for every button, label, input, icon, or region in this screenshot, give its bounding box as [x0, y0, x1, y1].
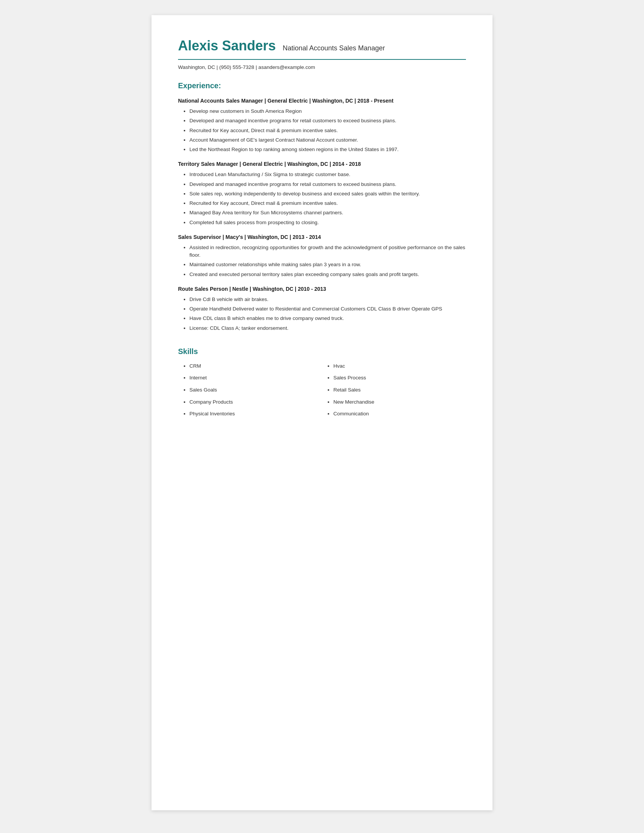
list-item: Operate Handheld Delivered water to Resi… [189, 305, 466, 313]
list-item: Introduced Lean Manufacturing / Six Sigm… [189, 171, 466, 178]
skills-right-column: Hvac Sales Process Retail Sales New Merc… [322, 362, 466, 422]
experience-section-title: Experience: [178, 81, 466, 90]
list-item: Developed and managed incentive programs… [189, 181, 466, 188]
job-heading-2: Territory Sales Manager | General Electr… [178, 161, 466, 167]
skills-section-title: Skills [178, 347, 466, 356]
skills-left-column: CRM Internet Sales Goals Company Product… [178, 362, 322, 422]
candidate-name: Alexis Sanders [178, 38, 276, 54]
candidate-title: National Accounts Sales Manager [283, 44, 385, 52]
list-item: Communication [333, 410, 466, 418]
list-item: Company Products [189, 398, 322, 406]
list-item: Retail Sales [333, 386, 466, 394]
resume-page: Alexis Sanders National Accounts Sales M… [151, 15, 493, 810]
list-item: Develop new customers in South America R… [189, 108, 466, 115]
job-bullets-1: Develop new customers in South America R… [178, 108, 466, 153]
list-item: Recruited for Key account, Direct mail &… [189, 199, 466, 207]
list-item: Hvac [333, 362, 466, 370]
skills-grid: CRM Internet Sales Goals Company Product… [178, 362, 466, 422]
name-title-row: Alexis Sanders National Accounts Sales M… [178, 38, 466, 54]
list-item: Have CDL class B which enables me to dri… [189, 315, 466, 322]
contact-info: Washington, DC | (950) 555-7328 | asande… [178, 64, 466, 70]
job-heading-3: Sales Supervisor | Macy's | Washington, … [178, 234, 466, 240]
list-item: Recruited for Key account, Direct mail &… [189, 127, 466, 134]
job-bullets-2: Introduced Lean Manufacturing / Six Sigm… [178, 171, 466, 227]
list-item: License: CDL Class A; tanker endorsement… [189, 325, 466, 332]
job-entry-2: Territory Sales Manager | General Electr… [178, 161, 466, 227]
list-item: Led the Northeast Region to top ranking … [189, 146, 466, 153]
list-item: Internet [189, 374, 322, 382]
list-item: Physical Inventories [189, 410, 322, 418]
job-entry-1: National Accounts Sales Manager | Genera… [178, 98, 466, 153]
list-item: New Merchandise [333, 398, 466, 406]
list-item: Account Management of GE's largest Contr… [189, 136, 466, 144]
job-bullets-4: Drive Cdl B vehicle with air brakes. Ope… [178, 296, 466, 332]
header-divider [178, 59, 466, 60]
list-item: CRM [189, 362, 322, 370]
list-item: Completed full sales process from prospe… [189, 219, 466, 227]
list-item: Assisted in redirection, recognizing opp… [189, 244, 466, 259]
job-entry-4: Route Sales Person | Nestle | Washington… [178, 286, 466, 332]
header-section: Alexis Sanders National Accounts Sales M… [178, 38, 466, 70]
skills-section: Skills CRM Internet Sales Goals Company … [178, 347, 466, 422]
list-item: Maintained customer relationships while … [189, 261, 466, 269]
list-item: Sole sales rep, working independently to… [189, 190, 466, 198]
experience-section: Experience: National Accounts Sales Mana… [178, 81, 466, 332]
list-item: Created and executed personal territory … [189, 271, 466, 278]
list-item: Sales Goals [189, 386, 322, 394]
job-entry-3: Sales Supervisor | Macy's | Washington, … [178, 234, 466, 278]
job-heading-4: Route Sales Person | Nestle | Washington… [178, 286, 466, 292]
list-item: Drive Cdl B vehicle with air brakes. [189, 296, 466, 303]
list-item: Managed Bay Area territory for Sun Micro… [189, 209, 466, 217]
list-item: Developed and managed incentive programs… [189, 117, 466, 125]
job-bullets-3: Assisted in redirection, recognizing opp… [178, 244, 466, 278]
job-heading-1: National Accounts Sales Manager | Genera… [178, 98, 466, 104]
list-item: Sales Process [333, 374, 466, 382]
